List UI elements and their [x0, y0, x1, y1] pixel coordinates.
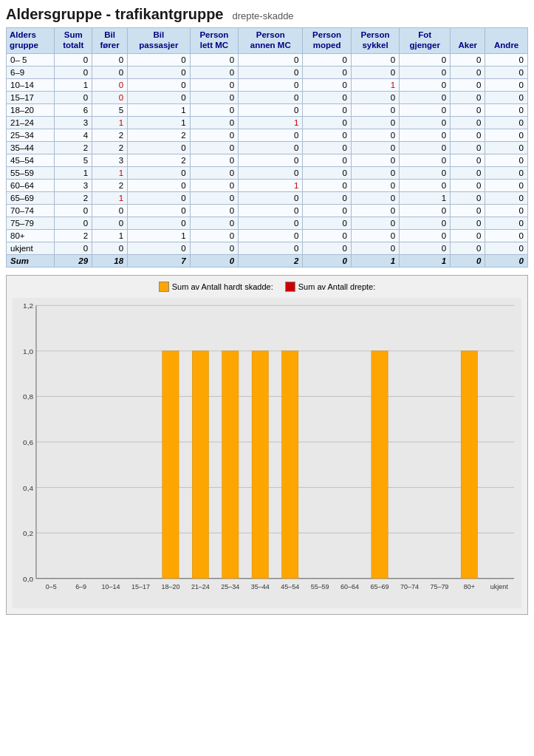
cell-person_annen_mc: 0 [239, 78, 303, 91]
svg-text:0,4: 0,4 [23, 483, 33, 491]
cell-person_sykkel: 0 [351, 191, 399, 204]
cell-alder: 70–74 [7, 204, 55, 217]
table-row: 45–545320000000 [7, 154, 528, 166]
cell-person_sykkel: 0 [351, 91, 399, 103]
cell-person_sykkel: 0 [351, 204, 399, 217]
cell-person_moped: 0 [303, 154, 351, 166]
legend-box-orange [159, 282, 169, 292]
cell-person_annen_mc: 0 [239, 229, 303, 242]
cell-person_annen_mc: 0 [239, 91, 303, 103]
cell-aker: 0 [451, 154, 485, 166]
header-row: Aldersgruppe - trafikantgruppe drepte-sk… [6, 6, 528, 23]
svg-rect-20 [162, 350, 179, 578]
cell-bil_passasjer: 0 [128, 166, 191, 179]
svg-text:0,0: 0,0 [23, 574, 33, 582]
cell-person_annen_mc: 1 [239, 116, 303, 129]
cell-bil_forer: 3 [92, 154, 128, 166]
table-row: 21–243110100000 [7, 116, 528, 129]
cell-aker: 0 [451, 116, 485, 129]
cell-person_moped: 0 [303, 204, 351, 217]
cell-person_lett_mc: 0 [190, 179, 238, 191]
cell-person_lett_mc: 0 [190, 103, 238, 116]
cell-person_sykkel: 0 [351, 229, 399, 242]
svg-text:0–5: 0–5 [46, 582, 57, 590]
cell-person_lett_mc: 0 [190, 242, 238, 254]
legend-box-red [285, 282, 295, 292]
cell-sum_totalt: 3 [55, 116, 92, 129]
cell-bil_passasjer: 0 [128, 141, 191, 154]
cell-aker: 0 [451, 229, 485, 242]
col-header-person-moped: Personmoped [303, 28, 351, 54]
cell-person_annen_mc: 0 [239, 141, 303, 154]
cell-andre: 0 [485, 78, 528, 91]
cell-person_moped: 0 [303, 116, 351, 129]
cell-person_moped: 0 [303, 191, 351, 204]
cell-andre: 0 [485, 166, 528, 179]
sum-cell-person_annen_mc: 2 [239, 254, 303, 267]
cell-alder: 60–64 [7, 179, 55, 191]
cell-person_moped: 0 [303, 242, 351, 254]
svg-text:25–34: 25–34 [221, 582, 239, 590]
cell-person_annen_mc: 0 [239, 154, 303, 166]
cell-bil_forer: 0 [92, 91, 128, 103]
chart-container: Sum av Antall hardt skadde: Sum av Antal… [6, 275, 528, 615]
cell-alder: 21–24 [7, 116, 55, 129]
table-row: ukjent0000000000 [7, 242, 528, 254]
cell-person_moped: 0 [303, 179, 351, 191]
svg-text:35–44: 35–44 [251, 582, 270, 590]
cell-person_sykkel: 0 [351, 217, 399, 229]
svg-text:65–69: 65–69 [371, 582, 389, 590]
table-row: 70–740000000000 [7, 204, 528, 217]
cell-person_annen_mc: 0 [239, 204, 303, 217]
cell-aker: 0 [451, 204, 485, 217]
page-title: Aldersgruppe - trafikantgruppe [6, 6, 223, 23]
cell-fot_gjenger: 0 [400, 78, 451, 91]
cell-person_sykkel: 0 [351, 179, 399, 191]
svg-text:10–14: 10–14 [102, 582, 120, 590]
cell-fot_gjenger: 0 [400, 129, 451, 141]
cell-fot_gjenger: 0 [400, 116, 451, 129]
cell-person_lett_mc: 0 [190, 78, 238, 91]
cell-bil_passasjer: 0 [128, 53, 191, 66]
table-row: 15–170000000000 [7, 91, 528, 103]
cell-person_sykkel: 0 [351, 154, 399, 166]
svg-text:70–74: 70–74 [400, 582, 419, 590]
cell-person_sykkel: 0 [351, 116, 399, 129]
cell-bil_forer: 0 [92, 204, 128, 217]
legend-item-hardt-skadde: Sum av Antall hardt skadde: [159, 282, 273, 292]
cell-sum_totalt: 0 [55, 242, 92, 254]
cell-person_sykkel: 1 [351, 78, 399, 91]
sum-cell-bil_passasjer: 7 [128, 254, 191, 267]
cell-person_moped: 0 [303, 166, 351, 179]
cell-person_sykkel: 0 [351, 141, 399, 154]
cell-fot_gjenger: 0 [400, 103, 451, 116]
cell-bil_passasjer: 2 [128, 129, 191, 141]
cell-person_sykkel: 0 [351, 53, 399, 66]
cell-fot_gjenger: 0 [400, 166, 451, 179]
cell-sum_totalt: 2 [55, 191, 92, 204]
legend-label-hardt: Sum av Antall hardt skadde: [172, 282, 273, 291]
chart-legend: Sum av Antall hardt skadde: Sum av Antal… [13, 282, 521, 292]
cell-person_lett_mc: 0 [190, 141, 238, 154]
cell-person_moped: 0 [303, 103, 351, 116]
cell-bil_passasjer: 2 [128, 154, 191, 166]
cell-sum_totalt: 0 [55, 66, 92, 78]
cell-alder: 6–9 [7, 66, 55, 78]
cell-fot_gjenger: 0 [400, 53, 451, 66]
cell-person_lett_mc: 0 [190, 191, 238, 204]
cell-andre: 0 [485, 116, 528, 129]
svg-text:ukjent: ukjent [490, 582, 508, 590]
svg-text:75–79: 75–79 [430, 582, 448, 590]
cell-aker: 0 [451, 179, 485, 191]
svg-text:0,6: 0,6 [23, 438, 33, 446]
cell-person_moped: 0 [303, 91, 351, 103]
svg-text:1,0: 1,0 [23, 347, 33, 355]
cell-bil_forer: 0 [92, 66, 128, 78]
cell-fot_gjenger: 0 [400, 179, 451, 191]
col-header-fot-gjenger: Fotgjenger [400, 28, 451, 54]
cell-person_moped: 0 [303, 78, 351, 91]
cell-bil_passasjer: 1 [128, 103, 191, 116]
cell-sum_totalt: 6 [55, 103, 92, 116]
cell-bil_passasjer: 0 [128, 242, 191, 254]
cell-person_annen_mc: 0 [239, 242, 303, 254]
